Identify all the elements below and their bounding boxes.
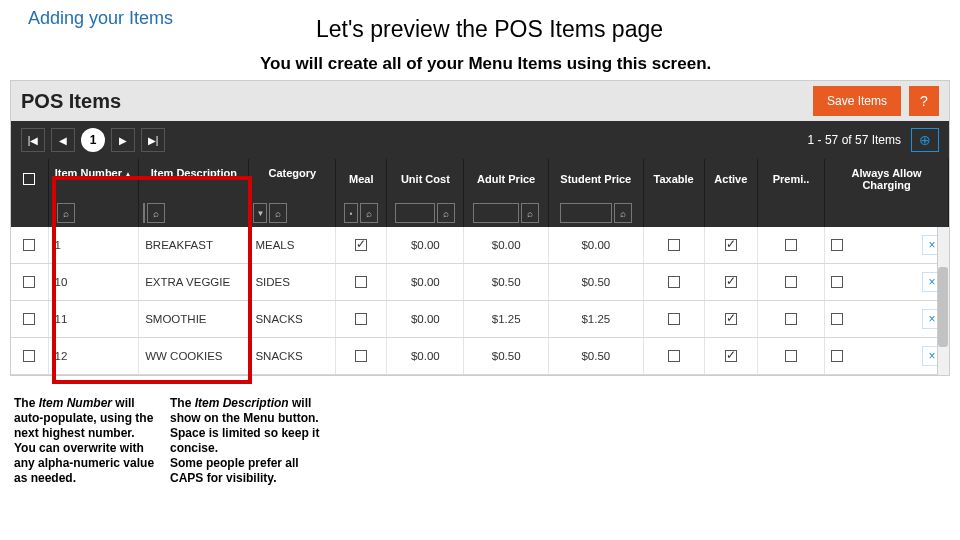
meal-checkbox[interactable]: [355, 276, 367, 288]
cell-adult-price[interactable]: $0.50: [464, 264, 549, 300]
cell-student-price[interactable]: $0.00: [549, 227, 644, 263]
filter-icon[interactable]: ⌕: [269, 203, 287, 223]
checkbox-filter-icon[interactable]: ▪: [344, 203, 358, 223]
filter-row: ⌕ ⌕ ▼⌕ ▪⌕ ⌕ ⌕ ⌕: [11, 199, 949, 227]
meal-checkbox[interactable]: [355, 350, 367, 362]
chevron-down-icon[interactable]: ▼: [253, 203, 267, 223]
cell-item-description[interactable]: EXTRA VEGGIE: [139, 264, 249, 300]
note-item-description: The Item Description will show on the Me…: [170, 396, 322, 486]
preview-subtitle: You will create all of your Menu Items u…: [260, 54, 711, 74]
header-premium[interactable]: Premi..: [758, 159, 825, 199]
scrollbar[interactable]: [937, 227, 949, 375]
cell-allow-charging: ×: [825, 264, 949, 300]
allow-charging-checkbox[interactable]: [831, 276, 843, 288]
pager-prev-icon[interactable]: ◀: [51, 128, 75, 152]
table-row: 12WW COOKIESSNACKS$0.00$0.50$0.50×: [11, 338, 949, 375]
filter-icon[interactable]: ⌕: [614, 203, 632, 223]
allow-charging-checkbox[interactable]: [831, 350, 843, 362]
meal-checkbox[interactable]: [355, 239, 367, 251]
header-student-price[interactable]: Student Price: [549, 159, 644, 199]
pager-next-icon[interactable]: ▶: [111, 128, 135, 152]
cell-unit-cost[interactable]: $0.00: [387, 264, 464, 300]
active-checkbox[interactable]: [725, 276, 737, 288]
taxable-checkbox[interactable]: [668, 276, 680, 288]
add-item-button[interactable]: ⊕: [911, 128, 939, 152]
header-active[interactable]: Active: [705, 159, 758, 199]
premium-checkbox[interactable]: [785, 313, 797, 325]
filter-item-description[interactable]: [143, 203, 145, 223]
pager-first-icon[interactable]: |◀: [21, 128, 45, 152]
cell-active: [705, 301, 758, 337]
save-items-button[interactable]: Save Items: [813, 86, 901, 116]
active-checkbox[interactable]: [725, 313, 737, 325]
help-button[interactable]: ?: [909, 86, 939, 116]
header-unit-cost[interactable]: Unit Cost: [387, 159, 464, 199]
pager-last-icon[interactable]: ▶|: [141, 128, 165, 152]
filter-icon[interactable]: ⌕: [147, 203, 165, 223]
cell-active: [705, 227, 758, 263]
filter-item-number[interactable]: [53, 203, 55, 223]
header-always-allow-charging[interactable]: Always Allow Charging: [825, 159, 949, 199]
premium-checkbox[interactable]: [785, 350, 797, 362]
cell-meal: [336, 227, 387, 263]
cell-select: [11, 338, 49, 374]
cell-adult-price[interactable]: $1.25: [464, 301, 549, 337]
cell-item-number[interactable]: 1: [49, 227, 140, 263]
cell-category[interactable]: SNACKS: [249, 338, 336, 374]
header-select-all[interactable]: [11, 159, 49, 199]
cell-item-number[interactable]: 10: [49, 264, 140, 300]
active-checkbox[interactable]: [725, 239, 737, 251]
cell-item-description[interactable]: BREAKFAST: [139, 227, 249, 263]
row-select-checkbox[interactable]: [23, 276, 35, 288]
taxable-checkbox[interactable]: [668, 313, 680, 325]
cell-active: [705, 338, 758, 374]
filter-icon[interactable]: ⌕: [437, 203, 455, 223]
header-item-description[interactable]: Item Description: [139, 159, 249, 199]
filter-icon[interactable]: ⌕: [57, 203, 75, 223]
cell-adult-price[interactable]: $0.00: [464, 227, 549, 263]
header-item-number[interactable]: Item Number▲: [49, 159, 140, 199]
cell-student-price[interactable]: $0.50: [549, 338, 644, 374]
taxable-checkbox[interactable]: [668, 239, 680, 251]
filter-adult-price[interactable]: [473, 203, 519, 223]
cell-unit-cost[interactable]: $0.00: [387, 301, 464, 337]
cell-category[interactable]: SNACKS: [249, 301, 336, 337]
taxable-checkbox[interactable]: [668, 350, 680, 362]
cell-item-description[interactable]: SMOOTHIE: [139, 301, 249, 337]
cell-item-description[interactable]: WW COOKIES: [139, 338, 249, 374]
cell-category[interactable]: SIDES: [249, 264, 336, 300]
header-adult-price[interactable]: Adult Price: [464, 159, 549, 199]
row-select-checkbox[interactable]: [23, 350, 35, 362]
cell-unit-cost[interactable]: $0.00: [387, 227, 464, 263]
cell-select: [11, 227, 49, 263]
scrollbar-thumb[interactable]: [938, 267, 948, 347]
cell-select: [11, 301, 49, 337]
filter-student-price[interactable]: [560, 203, 612, 223]
table-body: 1BREAKFASTMEALS$0.00$0.00$0.00×10EXTRA V…: [11, 227, 949, 375]
premium-checkbox[interactable]: [785, 239, 797, 251]
cell-item-number[interactable]: 11: [49, 301, 140, 337]
pager-range: 1 - 57 of 57 Items: [808, 133, 901, 147]
active-checkbox[interactable]: [725, 350, 737, 362]
cell-unit-cost[interactable]: $0.00: [387, 338, 464, 374]
header-taxable[interactable]: Taxable: [644, 159, 705, 199]
cell-student-price[interactable]: $1.25: [549, 301, 644, 337]
header-meal[interactable]: Meal: [336, 159, 387, 199]
cell-adult-price[interactable]: $0.50: [464, 338, 549, 374]
allow-charging-checkbox[interactable]: [831, 239, 843, 251]
filter-icon[interactable]: ⌕: [521, 203, 539, 223]
row-select-checkbox[interactable]: [23, 239, 35, 251]
meal-checkbox[interactable]: [355, 313, 367, 325]
preview-title: Let's preview the POS Items page: [316, 16, 663, 43]
cell-student-price[interactable]: $0.50: [549, 264, 644, 300]
filter-unit-cost[interactable]: [395, 203, 435, 223]
cell-category[interactable]: MEALS: [249, 227, 336, 263]
cell-select: [11, 264, 49, 300]
cell-allow-charging: ×: [825, 227, 949, 263]
row-select-checkbox[interactable]: [23, 313, 35, 325]
cell-item-number[interactable]: 12: [49, 338, 140, 374]
header-category[interactable]: Category: [249, 159, 336, 199]
filter-icon[interactable]: ⌕: [360, 203, 378, 223]
premium-checkbox[interactable]: [785, 276, 797, 288]
allow-charging-checkbox[interactable]: [831, 313, 843, 325]
